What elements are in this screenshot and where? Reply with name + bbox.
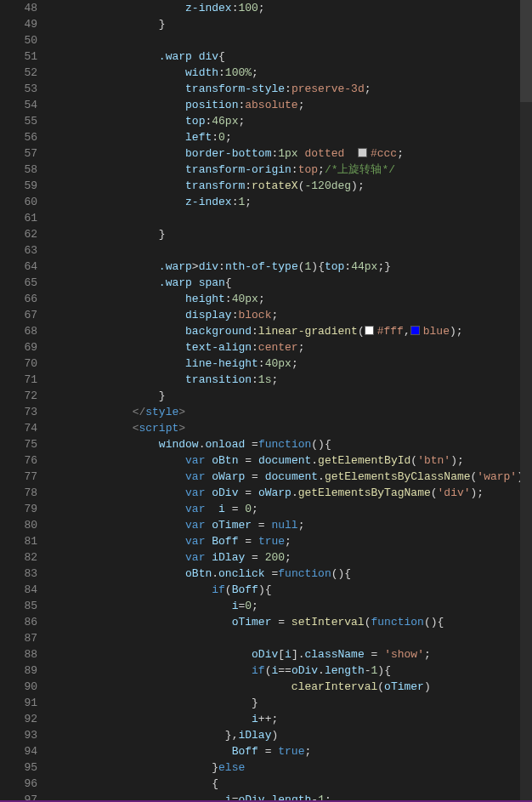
code-line[interactable]: height:40px; xyxy=(53,291,532,307)
code-line[interactable]: left:0; xyxy=(53,129,532,145)
code-line[interactable] xyxy=(53,242,532,259)
line-number: 52 xyxy=(0,65,37,81)
line-number: 65 xyxy=(0,275,37,291)
code-line[interactable]: },iDlay) xyxy=(53,727,532,743)
minimap[interactable] xyxy=(520,0,532,802)
code-line[interactable]: } xyxy=(53,226,532,242)
code-line[interactable]: line-height:40px; xyxy=(53,355,532,372)
code-line[interactable]: transform-style:preserve-3d; xyxy=(53,81,532,97)
code-line[interactable]: } xyxy=(53,388,532,404)
line-number: 73 xyxy=(0,404,37,420)
line-number: 77 xyxy=(0,469,37,485)
line-number: 83 xyxy=(0,566,37,582)
code-line[interactable]: border-bottom:1px dotted #ccc; xyxy=(53,145,532,162)
code-line[interactable]: if(Boff){ xyxy=(53,582,532,598)
line-number: 90 xyxy=(0,679,37,695)
code-line[interactable]: transform:rotateX(-120deg); xyxy=(53,178,532,194)
line-number: 60 xyxy=(0,194,37,210)
code-line[interactable]: </style> xyxy=(53,404,532,420)
code-line[interactable]: var oTimer = null; xyxy=(53,517,532,533)
line-number: 93 xyxy=(0,727,37,743)
line-number: 89 xyxy=(0,663,37,679)
code-line[interactable]: oTimer = setInterval(function(){ xyxy=(53,614,532,630)
line-number: 74 xyxy=(0,420,37,436)
line-number: 59 xyxy=(0,178,37,194)
line-number: 78 xyxy=(0,485,37,501)
line-number: 72 xyxy=(0,388,37,404)
line-number: 67 xyxy=(0,307,37,323)
code-line[interactable]: Boff = true; xyxy=(53,743,532,759)
code-line[interactable] xyxy=(53,630,532,646)
code-line[interactable]: i=0; xyxy=(53,598,532,614)
line-number: 87 xyxy=(0,630,37,646)
line-number: 85 xyxy=(0,598,37,614)
code-line[interactable]: clearInterval(oTimer) xyxy=(53,679,532,695)
line-number: 53 xyxy=(0,81,37,97)
code-line[interactable]: position:absolute; xyxy=(53,97,532,113)
line-number: 58 xyxy=(0,162,37,178)
code-line[interactable]: var oBtn = document.getElementById('btn'… xyxy=(53,452,532,469)
line-number: 62 xyxy=(0,226,37,242)
line-number: 84 xyxy=(0,582,37,598)
line-number: 61 xyxy=(0,210,37,226)
code-content[interactable]: z-index:100; } .warp div{ width:100%; tr… xyxy=(53,0,532,802)
code-line[interactable]: } xyxy=(53,16,532,32)
line-number: 76 xyxy=(0,452,37,469)
line-number: 94 xyxy=(0,743,37,759)
code-line[interactable]: var i = 0; xyxy=(53,501,532,517)
code-editor[interactable]: 4849505152535455565758596061626364656667… xyxy=(0,0,520,802)
code-line[interactable]: window.onload =function(){ xyxy=(53,436,532,452)
code-line[interactable]: z-index:1; xyxy=(53,194,532,210)
code-line[interactable]: transition:1s; xyxy=(53,372,532,388)
code-line[interactable] xyxy=(53,210,532,226)
code-line[interactable]: var oWarp = document.getElementsByClassN… xyxy=(53,469,532,485)
code-line[interactable]: display:block; xyxy=(53,307,532,323)
line-number: 54 xyxy=(0,97,37,113)
code-line[interactable]: oBtn.onclick =function(){ xyxy=(53,566,532,582)
code-line[interactable] xyxy=(53,32,532,48)
line-number: 66 xyxy=(0,291,37,307)
code-line[interactable]: oDiv[i].className = 'show'; xyxy=(53,646,532,663)
line-number: 82 xyxy=(0,549,37,566)
line-number: 80 xyxy=(0,517,37,533)
line-number: 64 xyxy=(0,259,37,275)
line-number: 57 xyxy=(0,145,37,162)
line-number: 92 xyxy=(0,711,37,727)
line-number: 81 xyxy=(0,533,37,549)
line-number: 71 xyxy=(0,372,37,388)
code-line[interactable]: if(i==oDiv.length-1){ xyxy=(53,663,532,679)
line-number: 95 xyxy=(0,759,37,776)
line-number: 96 xyxy=(0,776,37,792)
code-line[interactable]: var oDiv = oWarp.getElementsByTagName('d… xyxy=(53,485,532,501)
line-number: 63 xyxy=(0,242,37,259)
line-number: 49 xyxy=(0,16,37,32)
code-line[interactable]: transform-origin:top;/*上旋转轴*/ xyxy=(53,162,532,178)
code-line[interactable]: <script> xyxy=(53,420,532,436)
line-number: 51 xyxy=(0,48,37,65)
line-number: 48 xyxy=(0,0,37,16)
line-number: 91 xyxy=(0,695,37,711)
code-line[interactable]: .warp>div:nth-of-type(1){top:44px;} xyxy=(53,259,532,275)
line-number: 88 xyxy=(0,646,37,663)
code-line[interactable]: top:46px; xyxy=(53,113,532,129)
code-line[interactable]: { xyxy=(53,776,532,792)
code-line[interactable]: .warp div{ xyxy=(53,48,532,65)
line-number: 79 xyxy=(0,501,37,517)
code-line[interactable]: } xyxy=(53,695,532,711)
code-line[interactable]: width:100%; xyxy=(53,65,532,81)
code-line[interactable]: }else xyxy=(53,759,532,776)
line-number: 86 xyxy=(0,614,37,630)
minimap-slider[interactable] xyxy=(520,0,532,102)
code-line[interactable]: var iDlay = 200; xyxy=(53,549,532,566)
code-line[interactable]: i++; xyxy=(53,711,532,727)
code-line[interactable]: background:linear-gradient(#fff,blue); xyxy=(53,323,532,339)
line-number: 50 xyxy=(0,32,37,48)
line-number: 56 xyxy=(0,129,37,145)
line-number: 70 xyxy=(0,355,37,372)
line-number: 68 xyxy=(0,323,37,339)
line-number: 69 xyxy=(0,339,37,355)
code-line[interactable]: .warp span{ xyxy=(53,275,532,291)
code-line[interactable]: z-index:100; xyxy=(53,0,532,16)
code-line[interactable]: text-align:center; xyxy=(53,339,532,355)
code-line[interactable]: var Boff = true; xyxy=(53,533,532,549)
